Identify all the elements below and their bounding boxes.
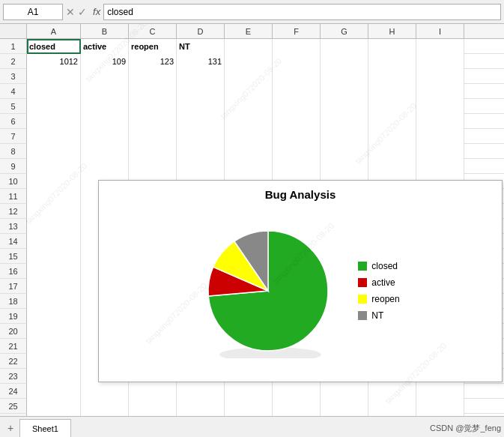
- row-header-9[interactable]: 9: [0, 159, 27, 174]
- cell-r8-c9[interactable]: [416, 144, 464, 159]
- cell-r1-c4[interactable]: NT: [177, 39, 225, 54]
- cell-r7-c3[interactable]: [129, 129, 177, 144]
- cell-r6-c8[interactable]: [368, 114, 416, 129]
- cell-r3-c4[interactable]: [177, 69, 225, 84]
- cell-r7-c6[interactable]: [273, 129, 321, 144]
- row-header-15[interactable]: 15: [0, 249, 27, 264]
- cell-r12-c1[interactable]: [27, 204, 81, 219]
- cell-r2-c8[interactable]: [368, 54, 416, 69]
- cell-r20-c1[interactable]: [27, 324, 81, 339]
- cell-r24-c1[interactable]: [27, 384, 81, 399]
- row-header-24[interactable]: 24: [0, 384, 27, 399]
- cell-r16-c1[interactable]: [27, 264, 81, 279]
- cell-r26-c3[interactable]: [129, 414, 177, 416]
- cell-r4-c7[interactable]: [321, 84, 368, 99]
- cell-r26-c8[interactable]: [368, 414, 416, 416]
- row-header-18[interactable]: 18: [0, 294, 27, 309]
- cell-r4-c6[interactable]: [273, 84, 321, 99]
- row-header-12[interactable]: 12: [0, 204, 27, 219]
- cell-r3-c1[interactable]: [27, 69, 81, 84]
- cell-r25-c5[interactable]: [225, 399, 273, 414]
- cell-r3-c6[interactable]: [273, 69, 321, 84]
- cell-r5-c1[interactable]: [27, 99, 81, 114]
- cell-r10-c1[interactable]: [27, 174, 81, 189]
- cell-r6-c4[interactable]: [177, 114, 225, 129]
- cell-r6-c7[interactable]: [321, 114, 368, 129]
- cell-r8-c4[interactable]: [177, 144, 225, 159]
- cell-r17-c1[interactable]: [27, 279, 81, 294]
- col-header-a[interactable]: A: [27, 24, 81, 38]
- row-header-3[interactable]: 3: [0, 69, 27, 84]
- cell-r26-c2[interactable]: [81, 414, 129, 416]
- cell-r24-c6[interactable]: [273, 384, 321, 399]
- row-header-20[interactable]: 20: [0, 324, 27, 339]
- cell-r13-c1[interactable]: [27, 219, 81, 234]
- cell-r7-c2[interactable]: [81, 129, 129, 144]
- cell-r8-c2[interactable]: [81, 144, 129, 159]
- chart-container[interactable]: Bug Analysis closedactivereopenNT: [98, 180, 503, 382]
- cell-r9-c4[interactable]: [177, 159, 225, 174]
- cell-r26-c1[interactable]: [27, 414, 81, 416]
- cell-r6-c2[interactable]: [81, 114, 129, 129]
- row-header-2[interactable]: 2: [0, 54, 27, 69]
- row-header-8[interactable]: 8: [0, 144, 27, 159]
- cell-r9-c7[interactable]: [321, 159, 368, 174]
- cell-r26-c7[interactable]: [321, 414, 368, 416]
- cell-r1-c9[interactable]: [416, 39, 464, 54]
- cell-r18-c1[interactable]: [27, 294, 81, 309]
- cell-r8-c5[interactable]: [225, 144, 273, 159]
- cell-r11-c1[interactable]: [27, 189, 81, 204]
- cell-r4-c9[interactable]: [416, 84, 464, 99]
- col-header-d[interactable]: D: [177, 24, 225, 38]
- row-header-13[interactable]: 13: [0, 219, 27, 234]
- cell-r2-c7[interactable]: [321, 54, 368, 69]
- cell-r7-c4[interactable]: [177, 129, 225, 144]
- sheet-tab-sheet1[interactable]: Sheet1: [19, 419, 71, 437]
- row-header-22[interactable]: 22: [0, 354, 27, 369]
- cell-r24-c3[interactable]: [129, 384, 177, 399]
- col-header-f[interactable]: F: [273, 24, 321, 38]
- cell-r6-c9[interactable]: [416, 114, 464, 129]
- col-header-b[interactable]: B: [81, 24, 129, 38]
- cell-r2-c9[interactable]: [416, 54, 464, 69]
- cell-r25-c8[interactable]: [368, 399, 416, 414]
- cell-r3-c7[interactable]: [321, 69, 368, 84]
- cell-r9-c5[interactable]: [225, 159, 273, 174]
- row-header-7[interactable]: 7: [0, 129, 27, 144]
- name-box[interactable]: A1: [3, 4, 63, 20]
- cell-r25-c2[interactable]: [81, 399, 129, 414]
- cell-r24-c9[interactable]: [416, 384, 464, 399]
- cell-r4-c8[interactable]: [368, 84, 416, 99]
- cell-r1-c6[interactable]: [273, 39, 321, 54]
- col-header-i[interactable]: I: [416, 24, 464, 38]
- cell-r9-c6[interactable]: [273, 159, 321, 174]
- cell-r5-c4[interactable]: [177, 99, 225, 114]
- row-header-10[interactable]: 10: [0, 174, 27, 189]
- cell-r8-c3[interactable]: [129, 144, 177, 159]
- cell-r5-c2[interactable]: [81, 99, 129, 114]
- cell-r5-c6[interactable]: [273, 99, 321, 114]
- cell-r2-c4[interactable]: 131: [177, 54, 225, 69]
- formula-input[interactable]: [103, 4, 501, 20]
- row-header-21[interactable]: 21: [0, 339, 27, 354]
- cell-r6-c6[interactable]: [273, 114, 321, 129]
- cell-r1-c7[interactable]: [321, 39, 368, 54]
- cell-r1-c2[interactable]: active: [81, 39, 129, 54]
- col-header-g[interactable]: G: [321, 24, 368, 38]
- cell-r24-c4[interactable]: [177, 384, 225, 399]
- cell-r8-c6[interactable]: [273, 144, 321, 159]
- cell-r25-c3[interactable]: [129, 399, 177, 414]
- cell-r8-c7[interactable]: [321, 144, 368, 159]
- cell-r26-c6[interactable]: [273, 414, 321, 416]
- col-header-h[interactable]: H: [368, 24, 416, 38]
- cell-r9-c8[interactable]: [368, 159, 416, 174]
- cell-r7-c7[interactable]: [321, 129, 368, 144]
- cell-r2-c2[interactable]: 109: [81, 54, 129, 69]
- cell-r25-c7[interactable]: [321, 399, 368, 414]
- cell-r25-c4[interactable]: [177, 399, 225, 414]
- row-header-5[interactable]: 5: [0, 99, 27, 114]
- row-header-4[interactable]: 4: [0, 84, 27, 99]
- confirm-icon[interactable]: ✓: [78, 6, 87, 18]
- cell-r26-c4[interactable]: [177, 414, 225, 416]
- cell-r2-c6[interactable]: [273, 54, 321, 69]
